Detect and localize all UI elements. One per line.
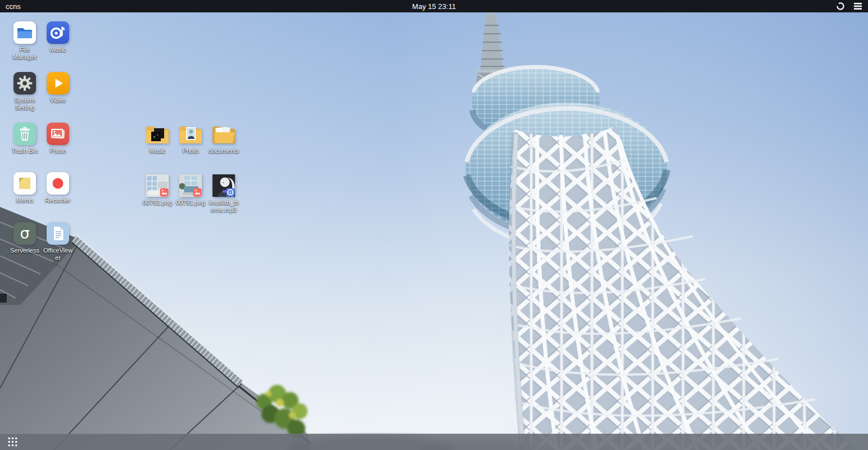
taskbar xyxy=(0,434,868,450)
icon-label: File Manager xyxy=(8,46,41,61)
folder-label: Photo xyxy=(174,147,207,155)
menu-hamburger-icon[interactable] xyxy=(853,1,863,11)
desktop-file-00791[interactable]: 00791.png xyxy=(174,174,207,206)
icon-label: Serverless xyxy=(8,247,41,254)
app-grid-icon xyxy=(7,436,18,447)
icon-label: Trash Bin xyxy=(8,147,41,155)
icon-label: Memo xyxy=(8,197,41,204)
menubar: ccns May 15 23:11 xyxy=(0,0,868,12)
folder-icon xyxy=(144,124,170,145)
desktop-icon-music[interactable]: Music xyxy=(42,21,74,53)
serverless-icon: σ xyxy=(13,222,36,245)
audio-file-thumbnail xyxy=(213,174,235,197)
icon-label: Photo xyxy=(42,147,74,155)
wallpaper xyxy=(0,0,868,450)
hostname-label: ccns xyxy=(0,2,21,11)
desktop-icon-memo[interactable]: Memo xyxy=(8,172,41,204)
desktop-icon-trash-bin[interactable]: Trash Bin xyxy=(8,123,41,155)
icon-label: System Setting xyxy=(8,97,41,111)
system-setting-icon xyxy=(13,72,36,94)
folder-icon xyxy=(178,124,204,145)
desktop-folder-music[interactable]: Music xyxy=(141,124,174,155)
music-app-icon xyxy=(47,21,69,44)
desktop-icon-officeviewer[interactable]: OfficeViewer xyxy=(42,222,74,262)
video-app-icon xyxy=(47,72,69,94)
desktop: ccns May 15 23:11 Fil xyxy=(0,0,868,450)
photo-app-icon xyxy=(47,123,69,145)
desktop-file-imuslab-theme[interactable]: imuslab_theme.mp3 xyxy=(207,174,240,214)
icon-label: Recorder xyxy=(42,197,74,204)
system-tray xyxy=(835,1,868,11)
image-file-thumbnail xyxy=(179,174,202,197)
desktop-icon-photo[interactable]: Photo xyxy=(42,123,74,155)
spinner-ring-icon[interactable] xyxy=(835,1,846,11)
desktop-icon-system-setting[interactable]: System Setting xyxy=(8,72,41,111)
icon-label: OfficeViewer xyxy=(42,247,74,262)
image-file-thumbnail xyxy=(146,174,169,197)
recorder-icon xyxy=(47,172,69,195)
file-label: 00792.png xyxy=(141,199,174,206)
desktop-icon-file-manager[interactable]: File Manager xyxy=(8,21,41,61)
desktop-icon-serverless[interactable]: σ Serverless xyxy=(8,222,41,254)
desktop-icon-recorder[interactable]: Recorder xyxy=(42,172,74,204)
officeviewer-icon xyxy=(47,222,69,245)
folder-icon xyxy=(211,124,237,145)
desktop-icon-video[interactable]: Video xyxy=(42,72,74,104)
icon-label: Video xyxy=(42,97,74,104)
app-grid-launcher-button[interactable] xyxy=(6,436,19,448)
icon-label: Music xyxy=(42,46,74,53)
folder-label: Music xyxy=(141,147,174,155)
desktop-folder-documents[interactable]: documents xyxy=(207,124,240,155)
memo-icon xyxy=(13,172,36,195)
folder-label: documents xyxy=(207,147,240,155)
trash-bin-icon xyxy=(13,123,36,145)
file-label: imuslab_theme.mp3 xyxy=(207,199,240,214)
file-manager-icon xyxy=(13,21,36,44)
svg-text:σ: σ xyxy=(20,224,29,242)
desktop-file-00792[interactable]: 00792.png xyxy=(141,174,174,206)
file-label: 00791.png xyxy=(174,199,207,206)
clock-label: May 15 23:11 xyxy=(0,2,868,11)
desktop-folder-photo[interactable]: Photo xyxy=(174,124,207,155)
